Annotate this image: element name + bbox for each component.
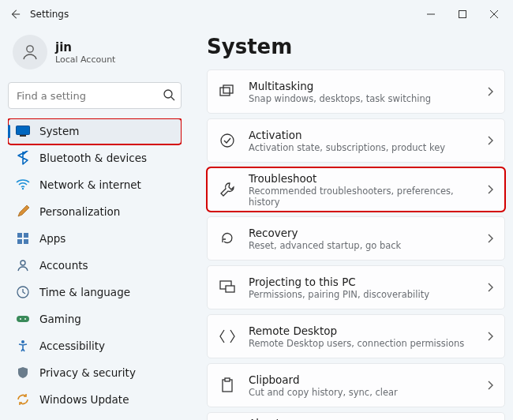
back-arrow-icon <box>9 9 21 20</box>
accounts-icon <box>16 258 30 272</box>
svg-point-4 <box>27 46 33 52</box>
svg-point-18 <box>24 318 26 320</box>
svg-rect-7 <box>17 126 30 135</box>
close-button[interactable] <box>478 2 510 26</box>
card-title: About <box>249 417 474 421</box>
minimize-icon <box>427 10 435 18</box>
sidebar: jin Local Account System Bluetooth & dev… <box>0 28 189 420</box>
sidebar-item-label: Bluetooth & devices <box>39 152 147 164</box>
chevron-right-icon <box>487 87 493 96</box>
svg-rect-21 <box>223 85 233 93</box>
chevron-right-icon <box>487 381 493 390</box>
projecting-icon <box>219 279 236 296</box>
sidebar-item-bluetooth[interactable]: Bluetooth & devices <box>8 145 182 171</box>
svg-rect-8 <box>20 135 26 137</box>
sidebar-item-label: System <box>39 125 79 137</box>
activation-icon <box>219 132 236 149</box>
sidebar-item-personalization[interactable]: Personalization <box>8 199 182 225</box>
avatar <box>13 35 47 69</box>
svg-rect-24 <box>226 286 234 292</box>
card-projecting[interactable]: Projecting to this PCPermissions, pairin… <box>207 265 505 309</box>
card-subtitle: Snap windows, desktops, task switching <box>249 93 474 104</box>
sidebar-item-label: Network & internet <box>39 178 141 191</box>
card-subtitle: Activation state, subscriptions, product… <box>249 142 474 153</box>
card-subtitle: Recommended troubleshooters, preferences… <box>249 186 474 208</box>
svg-point-5 <box>164 90 172 98</box>
chevron-right-icon <box>487 332 493 341</box>
apps-icon <box>16 231 30 246</box>
sidebar-item-accessibility[interactable]: Accessibility <box>8 332 182 358</box>
sidebar-item-apps[interactable]: Apps <box>8 226 182 252</box>
sidebar-item-accounts[interactable]: Accounts <box>8 253 182 279</box>
sidebar-item-privacy[interactable]: Privacy & security <box>8 359 182 385</box>
sidebar-item-network[interactable]: Network & internet <box>8 172 182 198</box>
close-icon <box>490 10 498 18</box>
sidebar-item-label: Windows Update <box>39 393 129 406</box>
card-subtitle: Reset, advanced startup, go back <box>249 240 474 251</box>
card-title: Troubleshoot <box>249 172 474 185</box>
gaming-icon <box>16 312 30 326</box>
sidebar-item-gaming[interactable]: Gaming <box>8 306 182 332</box>
card-title: Multitasking <box>249 80 474 92</box>
sidebar-item-label: Gaming <box>39 313 81 325</box>
account-block[interactable]: jin Local Account <box>8 32 182 79</box>
sidebar-item-system[interactable]: System <box>8 118 182 144</box>
card-troubleshoot[interactable]: TroubleshootRecommended troubleshooters,… <box>207 167 505 212</box>
card-subtitle: Remote Desktop users, connection permiss… <box>249 338 474 349</box>
card-activation[interactable]: ActivationActivation state, subscription… <box>207 118 505 163</box>
titlebar: Settings <box>0 0 513 28</box>
account-name: jin <box>55 40 115 54</box>
svg-rect-12 <box>17 239 22 244</box>
svg-line-6 <box>171 97 174 100</box>
svg-point-9 <box>22 188 24 189</box>
svg-rect-1 <box>459 11 466 18</box>
card-subtitle: Cut and copy history, sync, clear <box>249 387 474 398</box>
maximize-button[interactable] <box>447 2 478 26</box>
sidebar-item-label: Accessibility <box>39 339 105 352</box>
bluetooth-icon <box>16 151 30 165</box>
svg-rect-11 <box>24 233 28 238</box>
card-subtitle: Permissions, pairing PIN, discoverabilit… <box>249 289 474 300</box>
chevron-right-icon <box>487 185 493 194</box>
card-remote-desktop[interactable]: Remote DesktopRemote Desktop users, conn… <box>207 314 505 358</box>
settings-list: MultitaskingSnap windows, desktops, task… <box>207 69 505 420</box>
svg-rect-10 <box>17 233 22 238</box>
account-type: Local Account <box>55 54 115 65</box>
sidebar-item-time[interactable]: Time & language <box>8 279 182 305</box>
svg-point-17 <box>20 318 21 320</box>
main-panel: System MultitaskingSnap windows, desktop… <box>189 28 513 420</box>
accessibility-icon <box>16 339 30 353</box>
minimize-button[interactable] <box>415 2 447 26</box>
card-recovery[interactable]: RecoveryReset, advanced startup, go back <box>207 216 505 261</box>
sidebar-item-label: Time & language <box>39 286 130 298</box>
sidebar-item-label: Accounts <box>39 259 88 272</box>
system-icon <box>16 124 30 138</box>
card-title: Recovery <box>249 227 474 239</box>
sidebar-item-label: Apps <box>39 232 66 245</box>
chevron-right-icon <box>487 136 493 145</box>
paintbrush-icon <box>16 204 30 219</box>
card-title: Clipboard <box>249 373 474 386</box>
back-button[interactable] <box>3 2 27 26</box>
card-title: Remote Desktop <box>249 324 474 337</box>
card-about[interactable]: AboutDevice specifications, rename PC, W… <box>207 412 505 420</box>
sidebar-item-label: Personalization <box>39 205 120 218</box>
search-input[interactable] <box>8 82 182 109</box>
maximize-icon <box>459 10 466 18</box>
sidebar-item-label: Privacy & security <box>39 366 136 379</box>
multitasking-icon <box>219 83 236 100</box>
chevron-right-icon <box>487 234 493 243</box>
svg-point-19 <box>21 340 24 343</box>
card-multitasking[interactable]: MultitaskingSnap windows, desktops, task… <box>207 69 505 114</box>
clipboard-icon <box>219 377 236 394</box>
wifi-icon <box>16 178 30 192</box>
sidebar-item-update[interactable]: Windows Update <box>8 386 182 412</box>
clock-icon <box>16 285 30 299</box>
troubleshoot-icon <box>219 181 236 198</box>
card-title: Activation <box>249 129 474 141</box>
card-clipboard[interactable]: ClipboardCut and copy history, sync, cle… <box>207 363 505 407</box>
search-wrap <box>8 82 182 109</box>
svg-point-22 <box>221 134 234 147</box>
person-icon <box>21 43 39 62</box>
svg-rect-13 <box>24 239 28 244</box>
